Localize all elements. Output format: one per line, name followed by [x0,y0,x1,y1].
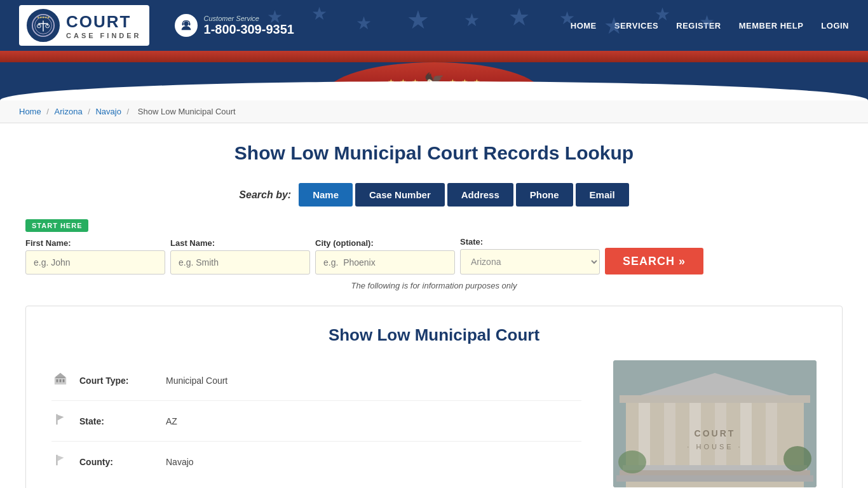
nav-member-help[interactable]: MEMBER HELP [739,21,804,30]
state-label: State: [460,237,600,247]
cs-text: Customer Service 1-800-309-9351 [204,15,294,37]
breadcrumb-home[interactable]: Home [19,107,41,116]
search-form: First Name: Last Name: City (optional): … [25,237,843,274]
customer-service: Customer Service 1-800-309-9351 [175,14,294,37]
court-details: Court Type: Municipal Court State: AZ [51,360,581,482]
state-detail-label: State: [79,416,156,426]
cs-label: Customer Service [204,15,294,22]
last-name-label: Last Name: [170,238,310,248]
tab-email[interactable]: Email [576,183,629,207]
nav-register[interactable]: REGISTER [676,21,721,30]
logo-box: ★★★★★ COURT CASE FINDER [19,5,149,46]
tab-address[interactable]: Address [447,183,513,207]
court-type-value: Municipal Court [166,376,227,386]
search-by-label: Search by: [239,189,291,201]
logo-case-finder-text: CASE FINDER [66,32,142,39]
svg-rect-15 [60,379,62,383]
courthouse-icon [51,372,69,389]
state-item: State: AZ [51,401,581,442]
svg-point-9 [184,22,188,26]
state-select[interactable]: AlabamaAlaskaArizonaArkansasCaliforniaCo… [460,249,600,274]
nav-login[interactable]: LOGIN [821,21,849,30]
county-value: Navajo [166,457,194,467]
first-name-label: First Name: [25,238,165,248]
svg-marker-21 [57,456,64,461]
svg-rect-17 [56,377,65,378]
breadcrumb-arizona[interactable]: Arizona [55,107,83,116]
header: ★ ★ ★ ★ ★ ★ ★ ★ ★ ★ ★★★★★ [0,0,868,100]
flag-sm-icon [51,412,69,430]
court-type-label: Court Type: [79,376,156,386]
red-banner [0,51,868,62]
svg-text:COURT: COURT [695,428,736,438]
logo-emblem-icon: ★★★★★ [31,13,55,37]
city-label: City (optional): [315,238,455,248]
search-by-row: Search by: Name Case Number Address Phon… [25,183,843,207]
svg-rect-29 [740,402,752,465]
tab-name[interactable]: Name [299,183,353,207]
svg-point-38 [783,446,811,471]
svg-rect-14 [57,379,58,383]
logo-emblem: ★★★★★ [27,9,60,42]
county-item: County: Navajo [51,442,581,482]
header-bottom: ★ ★ ★ 🦅 ★ ★ ★ [0,62,868,100]
main-nav: HOME SERVICES REGISTER MEMBER HELP LOGIN [571,21,849,30]
nav-services[interactable]: SERVICES [614,21,659,30]
info-note: The following is for information purpose… [25,281,843,290]
cs-phone: 1-800-309-9351 [204,22,294,37]
county-label: County: [79,457,156,467]
svg-rect-36 [616,475,813,482]
last-name-field: Last Name: [170,238,310,274]
nav-home[interactable]: HOME [571,21,597,30]
svg-marker-19 [57,415,64,421]
court-card-title: Show Low Municipal Court [51,325,817,345]
main-content: Show Low Municipal Court Records Lookup … [0,123,868,488]
first-name-field: First Name: [25,238,165,274]
curve-white [0,81,868,100]
tab-case-number[interactable]: Case Number [355,183,445,207]
court-card: Show Low Municipal Court Court [25,306,843,488]
svg-rect-20 [57,455,58,466]
svg-rect-31 [620,395,810,403]
breadcrumb-navajo[interactable]: Navajo [95,107,121,116]
svg-rect-16 [63,379,65,383]
svg-rect-30 [766,402,777,465]
breadcrumb-sep-3: / [127,107,132,116]
svg-rect-18 [57,414,58,425]
breadcrumb-current: Show Low Municipal Court [138,107,236,116]
breadcrumb: Home / Arizona / Navajo / Show Low Munic… [0,100,868,123]
tab-phone[interactable]: Phone [516,183,573,207]
svg-rect-34 [623,465,807,470]
search-form-area: START HERE First Name: Last Name: City (… [25,219,843,274]
header-inner: ★★★★★ COURT CASE FINDER [0,0,868,51]
page-title: Show Low Municipal Court Records Lookup [25,142,843,164]
svg-rect-11 [189,23,190,25]
svg-text:★★★★★: ★★★★★ [37,16,50,19]
svg-rect-26 [664,402,675,465]
logo-text-block: COURT CASE FINDER [66,12,142,39]
logo-court-text: COURT [66,12,142,32]
start-here-badge: START HERE [25,219,88,232]
court-photo-inner: COURT · HOUSE · [613,360,817,487]
svg-rect-10 [182,23,183,25]
last-name-input[interactable] [170,250,310,274]
svg-text:· HOUSE ·: · HOUSE · [687,443,742,451]
state-field: State: AlabamaAlaskaArizonaArkansasCalif… [460,237,600,274]
svg-point-37 [618,451,646,473]
court-type-item: Court Type: Municipal Court [51,360,581,401]
search-tabs: Name Case Number Address Phone Email [299,183,628,207]
svg-rect-35 [620,470,810,475]
svg-marker-13 [55,373,66,377]
court-info-row: Court Type: Municipal Court State: AZ [51,360,817,487]
phone-headset-icon [175,14,198,37]
logo-area: ★★★★★ COURT CASE FINDER [19,5,149,46]
breadcrumb-sep-2: / [88,107,92,116]
court-photo: COURT · HOUSE · [613,360,817,487]
city-field: City (optional): [315,238,455,274]
breadcrumb-sep-1: / [46,107,51,116]
search-button[interactable]: SEARCH » [605,248,703,274]
flag-icon [51,453,69,470]
city-input[interactable] [315,250,455,274]
state-detail-value: AZ [166,416,177,426]
first-name-input[interactable] [25,250,165,274]
